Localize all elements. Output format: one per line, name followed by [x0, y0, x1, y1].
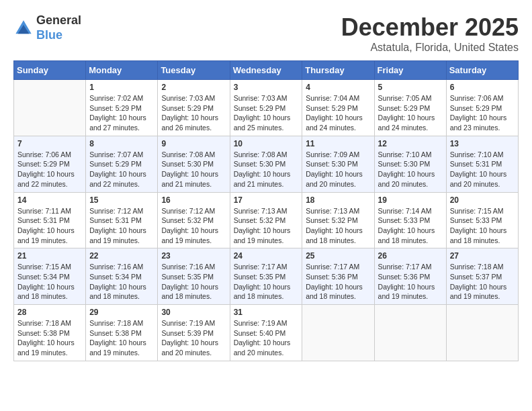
sunrise-text: Sunrise: 7:07 AM — [89, 150, 154, 160]
sunrise-text: Sunrise: 7:17 AM — [306, 262, 370, 272]
calendar-cell: 7Sunrise: 7:06 AMSunset: 5:29 PMDaylight… — [14, 136, 86, 192]
sunrise-text: Sunrise: 7:06 AM — [450, 93, 515, 103]
day-number: 9 — [161, 139, 226, 148]
calendar-cell: 4Sunrise: 7:04 AMSunset: 5:29 PMDaylight… — [302, 80, 374, 136]
daylight-text: Daylight: 10 hours and 19 minutes. — [89, 226, 154, 245]
day-number: 5 — [378, 83, 443, 92]
col-header-monday: Monday — [86, 61, 158, 80]
cell-content: Sunrise: 7:08 AMSunset: 5:30 PMDaylight:… — [161, 150, 226, 189]
cell-content: Sunrise: 7:03 AMSunset: 5:29 PMDaylight:… — [234, 93, 299, 133]
sunset-text: Sunset: 5:29 PM — [450, 103, 515, 113]
day-number: 13 — [450, 139, 515, 148]
sunrise-text: Sunrise: 7:13 AM — [234, 206, 299, 216]
day-number: 26 — [378, 251, 443, 261]
sunrise-text: Sunrise: 7:04 AM — [306, 93, 370, 103]
col-header-saturday: Saturday — [446, 61, 518, 80]
calendar-cell: 28Sunrise: 7:18 AMSunset: 5:38 PMDayligh… — [14, 305, 86, 361]
calendar-cell — [374, 305, 446, 361]
calendar-week-row: 7Sunrise: 7:06 AMSunset: 5:29 PMDaylight… — [14, 136, 519, 192]
daylight-text: Daylight: 10 hours and 20 minutes. — [378, 169, 443, 189]
calendar-cell: 13Sunrise: 7:10 AMSunset: 5:31 PMDayligh… — [446, 136, 518, 192]
cell-content: Sunrise: 7:16 AMSunset: 5:35 PMDaylight:… — [161, 262, 226, 302]
calendar-cell: 22Sunrise: 7:16 AMSunset: 5:34 PMDayligh… — [86, 248, 158, 305]
sunrise-text: Sunrise: 7:05 AM — [378, 93, 443, 103]
calendar-cell: 14Sunrise: 7:11 AMSunset: 5:31 PMDayligh… — [14, 192, 86, 248]
calendar-cell: 19Sunrise: 7:14 AMSunset: 5:33 PMDayligh… — [374, 192, 446, 248]
calendar-cell: 17Sunrise: 7:13 AMSunset: 5:32 PMDayligh… — [230, 192, 302, 248]
cell-content: Sunrise: 7:02 AMSunset: 5:29 PMDaylight:… — [89, 93, 154, 133]
calendar-cell: 24Sunrise: 7:17 AMSunset: 5:35 PMDayligh… — [230, 248, 302, 305]
calendar-cell: 23Sunrise: 7:16 AMSunset: 5:35 PMDayligh… — [158, 248, 230, 305]
calendar-cell: 2Sunrise: 7:03 AMSunset: 5:29 PMDaylight… — [158, 80, 230, 136]
day-number: 22 — [89, 251, 154, 261]
sunrise-text: Sunrise: 7:19 AM — [161, 318, 226, 328]
sunset-text: Sunset: 5:29 PM — [234, 103, 299, 113]
day-number: 7 — [17, 139, 82, 148]
sunset-text: Sunset: 5:40 PM — [234, 328, 299, 338]
day-number: 8 — [89, 139, 154, 148]
day-number: 25 — [306, 251, 370, 261]
calendar-cell: 18Sunrise: 7:13 AMSunset: 5:32 PMDayligh… — [302, 192, 374, 248]
cell-content: Sunrise: 7:13 AMSunset: 5:32 PMDaylight:… — [234, 206, 299, 246]
sunset-text: Sunset: 5:37 PM — [450, 272, 515, 282]
day-number: 1 — [89, 83, 154, 92]
day-number: 10 — [234, 139, 299, 148]
day-number: 12 — [378, 139, 443, 148]
day-number: 23 — [161, 251, 226, 261]
page-header: General Blue December 2025 Astatula, Flo… — [13, 13, 519, 54]
col-header-sunday: Sunday — [14, 61, 86, 80]
cell-content: Sunrise: 7:13 AMSunset: 5:32 PMDaylight:… — [306, 206, 370, 246]
calendar-cell: 29Sunrise: 7:18 AMSunset: 5:38 PMDayligh… — [86, 305, 158, 361]
calendar-cell: 26Sunrise: 7:17 AMSunset: 5:36 PMDayligh… — [374, 248, 446, 305]
sunset-text: Sunset: 5:36 PM — [306, 272, 370, 282]
day-number: 30 — [161, 308, 226, 317]
calendar-week-row: 28Sunrise: 7:18 AMSunset: 5:38 PMDayligh… — [14, 305, 519, 361]
sunrise-text: Sunrise: 7:16 AM — [161, 262, 226, 272]
cell-content: Sunrise: 7:04 AMSunset: 5:29 PMDaylight:… — [306, 93, 370, 133]
daylight-text: Daylight: 10 hours and 18 minutes. — [306, 226, 370, 245]
sunrise-text: Sunrise: 7:12 AM — [89, 206, 154, 216]
cell-content: Sunrise: 7:19 AMSunset: 5:39 PMDaylight:… — [161, 318, 226, 358]
daylight-text: Daylight: 10 hours and 19 minutes. — [17, 338, 82, 357]
logo-icon — [13, 18, 34, 38]
day-number: 19 — [378, 195, 443, 205]
calendar-cell: 16Sunrise: 7:12 AMSunset: 5:32 PMDayligh… — [158, 192, 230, 248]
cell-content: Sunrise: 7:17 AMSunset: 5:35 PMDaylight:… — [234, 262, 299, 302]
calendar-cell — [302, 305, 374, 361]
cell-content: Sunrise: 7:08 AMSunset: 5:30 PMDaylight:… — [234, 150, 299, 189]
daylight-text: Daylight: 10 hours and 22 minutes. — [17, 169, 82, 189]
calendar-cell: 25Sunrise: 7:17 AMSunset: 5:36 PMDayligh… — [302, 248, 374, 305]
calendar-header-row: SundayMondayTuesdayWednesdayThursdayFrid… — [14, 61, 519, 80]
calendar-week-row: 21Sunrise: 7:15 AMSunset: 5:34 PMDayligh… — [14, 248, 519, 305]
calendar-table: SundayMondayTuesdayWednesdayThursdayFrid… — [13, 60, 519, 361]
daylight-text: Daylight: 10 hours and 18 minutes. — [89, 282, 154, 302]
sunset-text: Sunset: 5:35 PM — [234, 272, 299, 282]
day-number: 16 — [161, 195, 226, 205]
sunset-text: Sunset: 5:34 PM — [17, 272, 82, 282]
calendar-cell: 30Sunrise: 7:19 AMSunset: 5:39 PMDayligh… — [158, 305, 230, 361]
sunrise-text: Sunrise: 7:13 AM — [306, 206, 370, 216]
day-number: 14 — [17, 195, 82, 205]
sunset-text: Sunset: 5:29 PM — [17, 159, 82, 169]
day-number: 4 — [306, 83, 370, 92]
sunrise-text: Sunrise: 7:06 AM — [17, 150, 82, 160]
sunrise-text: Sunrise: 7:02 AM — [89, 93, 154, 103]
cell-content: Sunrise: 7:17 AMSunset: 5:36 PMDaylight:… — [306, 262, 370, 302]
day-number: 2 — [161, 83, 226, 92]
daylight-text: Daylight: 10 hours and 27 minutes. — [89, 113, 154, 132]
day-number: 6 — [450, 83, 515, 92]
sunrise-text: Sunrise: 7:10 AM — [450, 150, 515, 160]
cell-content: Sunrise: 7:15 AMSunset: 5:34 PMDaylight:… — [17, 262, 82, 302]
calendar-cell: 20Sunrise: 7:15 AMSunset: 5:33 PMDayligh… — [446, 192, 518, 248]
daylight-text: Daylight: 10 hours and 21 minutes. — [161, 169, 226, 189]
sunrise-text: Sunrise: 7:18 AM — [450, 262, 515, 272]
cell-content: Sunrise: 7:18 AMSunset: 5:37 PMDaylight:… — [450, 262, 515, 302]
calendar-cell: 6Sunrise: 7:06 AMSunset: 5:29 PMDaylight… — [446, 80, 518, 136]
calendar-cell: 21Sunrise: 7:15 AMSunset: 5:34 PMDayligh… — [14, 248, 86, 305]
cell-content: Sunrise: 7:06 AMSunset: 5:29 PMDaylight:… — [17, 150, 82, 189]
day-number: 3 — [234, 83, 299, 92]
sunset-text: Sunset: 5:29 PM — [378, 103, 443, 113]
cell-content: Sunrise: 7:19 AMSunset: 5:40 PMDaylight:… — [234, 318, 299, 358]
calendar-cell: 3Sunrise: 7:03 AMSunset: 5:29 PMDaylight… — [230, 80, 302, 136]
calendar-cell: 1Sunrise: 7:02 AMSunset: 5:29 PMDaylight… — [86, 80, 158, 136]
